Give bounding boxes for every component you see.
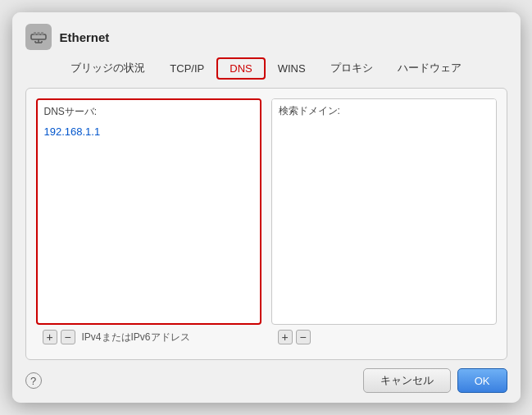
search-domain-label: 検索ドメイン: [272,99,496,121]
dns-server-section: DNSサーバ: 192.168.1.1 + − IPv4またはIPv6アドレス [36,98,261,349]
tabs-bar: ブリッジの状況 TCP/IP DNS WINS プロキシ ハードウェア [12,57,521,88]
tab-wins[interactable]: WINS [266,58,318,79]
dns-add-button[interactable]: + [43,330,57,344]
dns-server-panel: DNSサーバ: 192.168.1.1 + − IPv4またはIPv6アドレス [36,98,261,349]
dialog-window: Ethernet ブリッジの状況 TCP/IP DNS WINS プロキシ ハー… [12,12,521,403]
content-area: DNSサーバ: 192.168.1.1 + − IPv4またはIPv6アドレス … [25,88,507,360]
dns-server-label: DNSサーバ: [38,100,260,122]
tab-proxy[interactable]: プロキシ [318,57,385,80]
search-domain-list [272,121,496,324]
search-add-button[interactable]: + [278,330,293,344]
svg-rect-3 [41,32,43,35]
tab-bridge[interactable]: ブリッジの状況 [58,57,157,80]
dns-entry-1[interactable]: 192.168.1.1 [44,124,253,139]
search-domain-section: 検索ドメイン: + − [271,98,497,349]
dns-controls: + − IPv4またはIPv6アドレス [36,325,261,349]
dns-server-list-box: DNSサーバ: 192.168.1.1 [36,98,261,325]
action-buttons: キャンセル OK [363,368,507,393]
help-button[interactable]: ? [25,372,42,389]
tab-tcpip[interactable]: TCP/IP [157,58,216,79]
dns-server-list: 192.168.1.1 [38,122,260,323]
dns-remove-button[interactable]: − [61,330,75,344]
ok-button[interactable]: OK [457,368,507,393]
tab-hardware[interactable]: ハードウェア [385,57,474,80]
ethernet-icon [25,24,52,50]
window-title: Ethernet [60,30,110,44]
dns-placeholder-label: IPv4またはIPv6アドレス [82,331,190,344]
tab-dns[interactable]: DNS [216,57,265,80]
cancel-button[interactable]: キャンセル [363,368,451,393]
search-domain-panel: 検索ドメイン: + − [271,98,497,349]
search-domain-controls: + − [271,325,497,349]
bottom-bar: ? キャンセル OK [12,360,521,403]
title-bar: Ethernet [12,12,521,57]
search-domain-list-box: 検索ドメイン: [271,98,497,325]
svg-rect-2 [37,32,39,35]
search-remove-button[interactable]: − [296,330,311,344]
svg-rect-1 [34,32,36,35]
